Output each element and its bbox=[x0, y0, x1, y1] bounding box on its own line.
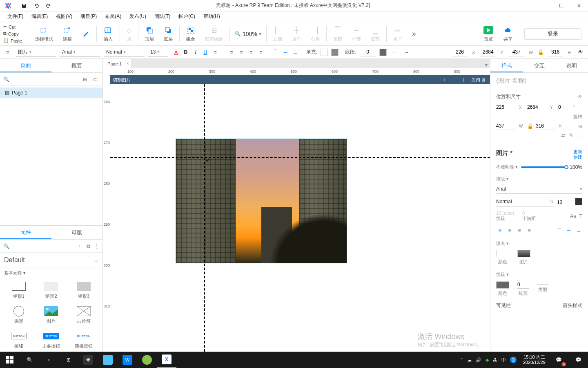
cortana-button[interactable]: ○ bbox=[39, 352, 59, 368]
widget-placeholder[interactable]: 占位符 bbox=[68, 303, 99, 327]
widget-rect3[interactable]: 矩形3 bbox=[68, 278, 99, 302]
stroke-width-input[interactable] bbox=[517, 281, 529, 289]
widget-image[interactable]: 图片 bbox=[36, 303, 67, 327]
lock-aspect-icon[interactable]: 🔓 bbox=[538, 49, 544, 55]
widget-name-input[interactable]: (图片 名称) bbox=[490, 73, 588, 89]
tab-menu-icon[interactable]: ▾ bbox=[483, 62, 490, 68]
insp-rot-input[interactable] bbox=[558, 103, 570, 111]
close-button[interactable]: ✕ bbox=[570, 0, 588, 11]
align-left-text[interactable]: ≡ bbox=[227, 48, 236, 57]
paste-button[interactable]: 📋Paste bbox=[0, 37, 26, 44]
insp-font-select[interactable]: Arial▾ bbox=[496, 184, 582, 194]
align-middle-button[interactable]: ─中部 bbox=[347, 22, 366, 45]
add-widget-icon[interactable]: + bbox=[77, 242, 82, 250]
align-top-button[interactable]: ▔顶部 bbox=[328, 22, 347, 45]
widget-primary-button[interactable]: BUTTON主要按钮 bbox=[36, 328, 67, 352]
zoom-control[interactable]: 🔍100%▾ bbox=[232, 31, 265, 37]
ime-indicator[interactable]: 中 bbox=[501, 357, 506, 363]
tray-chevron-icon[interactable]: ˄ bbox=[461, 357, 463, 363]
valign-mid-insp[interactable]: ─ bbox=[565, 227, 572, 234]
text-align-justify[interactable]: ≡ bbox=[526, 227, 533, 234]
typography-label[interactable]: 排版 ▾ bbox=[490, 173, 588, 183]
menu-account[interactable]: 帐户(C) bbox=[174, 13, 199, 20]
stroke-type-picker[interactable] bbox=[537, 285, 548, 285]
font-weight-select[interactable]: Normal bbox=[104, 48, 145, 57]
bold-button[interactable]: B bbox=[181, 48, 190, 57]
widget-rect2[interactable]: 矩形2 bbox=[36, 278, 67, 302]
add-folder-icon[interactable]: 🗀 bbox=[92, 76, 99, 83]
slice-minus-icon[interactable]: − bbox=[449, 77, 459, 82]
font-size-select[interactable]: 13 bbox=[148, 48, 168, 57]
tab-outline[interactable]: 概要 bbox=[51, 59, 103, 72]
search-button[interactable]: 🔍 bbox=[20, 352, 39, 368]
insp-h-input[interactable] bbox=[536, 122, 556, 130]
tab-widgets[interactable]: 元件 bbox=[0, 226, 51, 239]
pen-button[interactable] bbox=[77, 22, 95, 45]
copy-button[interactable]: ⧉Copy bbox=[0, 30, 26, 37]
italic-button[interactable]: I bbox=[191, 48, 200, 57]
point-button[interactable]: ◇点 bbox=[122, 22, 136, 45]
font-select[interactable]: Arial bbox=[60, 48, 100, 57]
connect-button[interactable]: 连接 bbox=[58, 22, 77, 45]
menu-view[interactable]: 视图(V) bbox=[52, 13, 76, 20]
select-mode-button[interactable]: 选择模式 bbox=[30, 22, 58, 45]
system-tray[interactable]: ˄ ☁ 🔊 ◆ 🖧 中 Q bbox=[457, 357, 520, 363]
menu-arrange[interactable]: 布局(A) bbox=[101, 13, 125, 20]
widget-link-button[interactable]: BUTTON链接按钮 bbox=[68, 328, 99, 352]
pos-x-input[interactable] bbox=[452, 48, 468, 56]
fill-color-picker[interactable] bbox=[496, 250, 509, 257]
distribute-h-button[interactable]: ⇿水平 bbox=[388, 22, 407, 45]
update-style-link[interactable]: 更新 bbox=[573, 149, 582, 155]
taskbar-clock[interactable]: 15:10 周二 2020/12/29 bbox=[520, 355, 549, 365]
add-page-icon[interactable]: ⊞ bbox=[81, 76, 89, 83]
login-button[interactable]: 登录 bbox=[524, 28, 581, 40]
close-tab-icon[interactable]: × bbox=[127, 61, 129, 66]
arrow-style-button[interactable]: → bbox=[402, 48, 411, 57]
align-center-text[interactable]: ≡ bbox=[237, 48, 246, 57]
fill-section-label[interactable]: 填充 ▾ bbox=[490, 236, 588, 247]
action-center-button[interactable]: 💬 bbox=[568, 352, 588, 368]
minimize-button[interactable]: ─ bbox=[534, 0, 552, 11]
flip-h-icon[interactable]: ⇄ bbox=[561, 132, 565, 138]
bullets-button[interactable]: ≡ bbox=[211, 48, 220, 57]
widget-lib-icon[interactable]: ⧉ bbox=[86, 242, 91, 250]
slice-close-button[interactable]: 关闭 ⊠ bbox=[469, 77, 488, 83]
fill-color-swatch[interactable] bbox=[321, 49, 328, 56]
more-button[interactable]: » bbox=[407, 22, 421, 45]
taskbar-app-1[interactable]: ❋ bbox=[78, 352, 98, 368]
menu-edit[interactable]: 编辑(E) bbox=[27, 13, 52, 20]
line-color-swatch[interactable] bbox=[379, 49, 387, 56]
line-width-input[interactable] bbox=[360, 48, 376, 56]
slice-add-icon[interactable]: + bbox=[439, 77, 449, 82]
menu-help[interactable]: 帮助(H) bbox=[199, 13, 224, 20]
insp-fontsize-input[interactable] bbox=[557, 197, 572, 208]
text-align-center[interactable]: ≡ bbox=[506, 227, 513, 234]
tray-volume-icon[interactable]: 🔊 bbox=[476, 357, 481, 363]
visibility-label[interactable]: 可见性 bbox=[496, 302, 511, 309]
redo-icon[interactable] bbox=[45, 2, 52, 9]
insp-text-color[interactable] bbox=[575, 198, 582, 205]
slice-guide-horizontal[interactable] bbox=[110, 157, 490, 158]
align-bottom-button[interactable]: ▁底部 bbox=[366, 22, 385, 45]
align-left-button[interactable]: ▏左侧 bbox=[268, 22, 287, 45]
taskbar-app-4[interactable] bbox=[137, 352, 157, 368]
slice-guide-vertical[interactable] bbox=[204, 84, 205, 352]
insp-weight-select[interactable]: Normal⇅ bbox=[496, 197, 554, 206]
text-case-icon[interactable]: Aa bbox=[570, 213, 576, 219]
visibility-icon[interactable]: 👁 bbox=[576, 48, 585, 57]
text-align-right[interactable]: ≡ bbox=[516, 227, 523, 234]
align-right-button[interactable]: ▕右侧 bbox=[306, 22, 325, 45]
insp-w-input[interactable] bbox=[496, 122, 517, 130]
text-options-icon[interactable]: T bbox=[579, 213, 582, 219]
task-view-button[interactable]: ⊞ bbox=[59, 352, 78, 368]
valign-middle[interactable]: ─ bbox=[281, 48, 290, 57]
stroke-section-label[interactable]: 线段 ▾ bbox=[490, 267, 588, 278]
align-right-text[interactable]: ≡ bbox=[247, 48, 256, 57]
widget-library-select[interactable]: Default bbox=[4, 256, 94, 264]
valign-top[interactable]: ⎺ bbox=[271, 48, 280, 57]
tray-network-icon[interactable]: 🖧 bbox=[493, 357, 497, 362]
share-button[interactable]: 共享 bbox=[498, 22, 518, 45]
constraints-icon[interactable]: ⊞ bbox=[578, 123, 582, 129]
menu-project[interactable]: 项目(P) bbox=[76, 13, 101, 20]
visibility-toggle-icon[interactable]: 👁 bbox=[577, 94, 582, 100]
